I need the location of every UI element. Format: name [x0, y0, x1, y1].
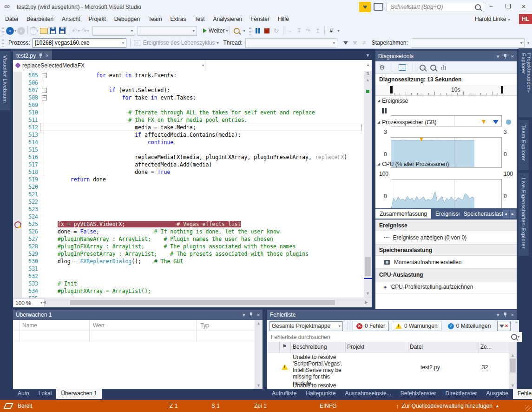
code-line-526[interactable]: 526done = False; # If nothing is done, l…: [13, 228, 364, 235]
breakpoint-margin[interactable]: [13, 153, 22, 161]
col-datei[interactable]: Datei: [410, 344, 423, 350]
code-line-511[interactable]: 511 # the FX on their media pool entries…: [13, 116, 364, 124]
code-line-514[interactable]: 514 continue: [13, 139, 364, 146]
breakpoint-margin[interactable]: [13, 109, 22, 116]
fold-margin[interactable]: [40, 116, 48, 124]
show-threads-in-source-button[interactable]: ≠: [360, 38, 369, 48]
code-line-524[interactable]: 524: [13, 213, 364, 220]
breakpoint-margin[interactable]: [13, 220, 22, 228]
scroll-up-icon[interactable]: ▲: [255, 320, 263, 326]
window-menu-icon[interactable]: ▾: [243, 312, 245, 318]
breakpoint-margin[interactable]: [13, 213, 22, 220]
toolbar-overflow-icon[interactable]: ▾: [243, 29, 245, 33]
diag-tab-ereignisse[interactable]: Ereignisse: [431, 209, 460, 219]
fold-margin[interactable]: [40, 206, 48, 213]
fold-margin[interactable]: [40, 139, 48, 146]
zoom-in-icon[interactable]: [420, 65, 426, 71]
code-line-523[interactable]: 523: [13, 206, 364, 213]
fold-margin[interactable]: –: [40, 94, 48, 101]
messages-filter-button[interactable]: i0 Mitteilungen: [444, 321, 495, 331]
step-into-button[interactable]: ↧: [295, 26, 304, 36]
navigate-back-button[interactable]: ‹▾: [6, 26, 16, 36]
scroll-up-icon[interactable]: ▲: [364, 77, 372, 83]
show-next-statement-button[interactable]: →: [285, 26, 295, 36]
errors-filter-button[interactable]: ✕0 Fehler: [353, 321, 389, 331]
watch-col-typ[interactable]: Typ: [200, 322, 209, 329]
pin-icon[interactable]: [249, 312, 253, 317]
quick-launch-search[interactable]: [387, 2, 484, 12]
code-line-508[interactable]: 508– for take in evnt.Takes:: [13, 94, 364, 101]
fold-margin[interactable]: [40, 191, 48, 198]
breakpoint-margin[interactable]: [13, 139, 22, 146]
code-line-516[interactable]: 516 replaceMediaFX(media, plugInFXArray,…: [13, 153, 364, 161]
fold-margin[interactable]: [40, 250, 48, 258]
warnings-filter-button[interactable]: 0 Warnungen: [392, 321, 441, 331]
debug-toolbar-grip[interactable]: [249, 27, 251, 34]
quick-launch-input[interactable]: [390, 3, 475, 11]
watch-col-name[interactable]: Name: [22, 322, 37, 329]
toolbar-overflow-icon[interactable]: ▾: [527, 41, 529, 45]
right-rail-tab-projektmappen-explorer[interactable]: Projektmappen-Explorer: [519, 48, 532, 117]
config-combo[interactable]: ▾: [92, 26, 135, 36]
add-to-source-control-button[interactable]: ↑ Zur Quellcodeverwaltung hinzufügen ▲: [396, 403, 499, 410]
fold-margin[interactable]: [40, 287, 48, 295]
resize-grip[interactable]: [525, 405, 531, 411]
left-rail-tab[interactable]: Visueller Livebaum: [0, 51, 10, 110]
code-line-534[interactable]: 534#plugInFXArray = ArrayList();: [13, 287, 364, 295]
code-line-518[interactable]: 518 done = True: [13, 168, 364, 176]
continue-button[interactable]: Weiter▾: [203, 26, 228, 36]
fold-margin[interactable]: [40, 161, 48, 168]
fold-margin[interactable]: [40, 79, 48, 86]
breakpoint-margin[interactable]: [13, 272, 22, 280]
code-line-513[interactable]: 513 if affectedMedia.Contains(media):: [13, 131, 364, 139]
menu-item-fenster[interactable]: Fenster: [246, 14, 274, 24]
diag-tab-zusammenfassung[interactable]: Zusammenfassung: [375, 209, 431, 219]
process-combo[interactable]: [10268] vegas160.exe▾: [33, 38, 126, 48]
close-button[interactable]: ×: [516, 0, 532, 12]
bottom-tab-haltepunkte[interactable]: Haltepunkte: [301, 389, 340, 399]
save-all-button[interactable]: [58, 26, 67, 36]
step-out-button[interactable]: ↥: [313, 26, 322, 36]
code-editor[interactable]: 505– for evnt in track.Events:506507– if…: [13, 71, 364, 298]
fold-margin[interactable]: [40, 183, 48, 191]
step-over-button[interactable]: ↷: [304, 26, 313, 36]
close-icon[interactable]: ×: [511, 312, 514, 318]
scroll-down-icon[interactable]: ▼: [255, 382, 263, 389]
fold-margin[interactable]: –: [40, 72, 48, 79]
scroll-up-icon[interactable]: ▲: [509, 352, 517, 359]
error-grid[interactable]: ⚑ Beschreibung Projekt Datei Ze... Unabl…: [267, 342, 517, 389]
diagnostics-title-bar[interactable]: Diagnosetools ▾×: [375, 51, 517, 61]
code-line-509[interactable]: 509: [13, 101, 364, 109]
breakpoint-warning-icon[interactable]: [14, 221, 21, 228]
severity-flag-icon[interactable]: ⚑: [282, 343, 287, 350]
code-line-530[interactable]: 530dlog = FXReplacerDialog(); # The GUI: [13, 258, 364, 265]
fold-margin[interactable]: [40, 235, 48, 243]
breakpoint-margin[interactable]: [13, 168, 22, 176]
fold-margin[interactable]: [40, 131, 48, 139]
breakpoint-margin[interactable]: [13, 94, 22, 101]
code-line-519[interactable]: 519 return done: [13, 176, 364, 183]
code-line-506[interactable]: 506: [13, 79, 364, 86]
code-line-531[interactable]: 531: [13, 265, 364, 272]
document-list-dropdown-icon[interactable]: ▼: [366, 53, 370, 58]
code-line-522[interactable]: 522: [13, 198, 364, 206]
breakpoint-margin[interactable]: [13, 101, 22, 109]
fold-margin[interactable]: [40, 243, 48, 250]
scope-combo[interactable]: Gesamte Projektmappe▾: [269, 321, 343, 331]
type-dropdown[interactable]: ▾: [207, 60, 372, 71]
watch-tab-lokal[interactable]: Lokal: [34, 389, 57, 399]
scroll-down-icon[interactable]: ▼: [364, 291, 372, 297]
platform-combo[interactable]: ▾: [138, 26, 197, 36]
minimize-button[interactable]: –: [483, 0, 499, 12]
settings-gear-icon[interactable]: ⚙: [379, 64, 385, 71]
bottom-tab-befehlsfenster[interactable]: Befehlsfenster: [396, 389, 441, 399]
cpu-chart[interactable]: [391, 179, 502, 210]
breakpoint-margin[interactable]: [13, 131, 22, 139]
error-row[interactable]: Unable to resolve: [267, 382, 509, 389]
thread-combo[interactable]: ▾: [245, 38, 337, 48]
fold-margin[interactable]: [40, 280, 48, 287]
fold-margin[interactable]: [40, 228, 48, 235]
breakpoints-window-button[interactable]: #: [327, 26, 336, 36]
close-tab-icon[interactable]: ×: [46, 53, 49, 59]
stackframe-combo[interactable]: ▾: [411, 38, 525, 48]
